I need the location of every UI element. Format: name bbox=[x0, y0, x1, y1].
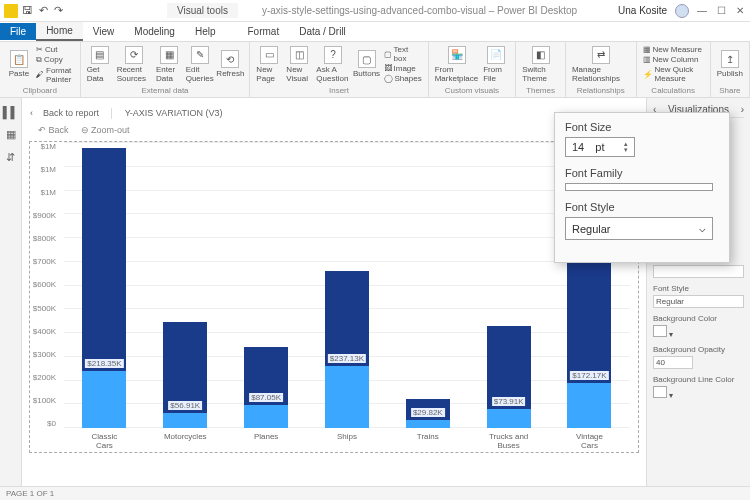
redo-icon[interactable]: ↷ bbox=[54, 4, 63, 17]
document-title: y-axis-style-settings-using-advanced-com… bbox=[262, 5, 577, 16]
shapes-button[interactable]: ◯ Shapes bbox=[384, 74, 422, 83]
popup-font-family-label: Font Family bbox=[565, 167, 713, 179]
cut-button[interactable]: ✂ Cut bbox=[36, 45, 57, 54]
user-avatar[interactable] bbox=[675, 4, 689, 18]
chart-visual[interactable]: $1M$1M$1M$900K$800K$700K$600K$500K$400K$… bbox=[30, 142, 638, 452]
back-to-report-link[interactable]: Back to report bbox=[43, 108, 99, 118]
ribbon-tabs: File Home View Modeling Help Format Data… bbox=[0, 22, 750, 42]
from-file-button[interactable]: 📄From File bbox=[483, 46, 509, 83]
image-button[interactable]: 🖼 Image bbox=[384, 64, 416, 73]
status-page-indicator: PAGE 1 OF 1 bbox=[6, 489, 54, 498]
rp-bg-color-swatch[interactable] bbox=[653, 325, 667, 337]
popup-font-size-input[interactable]: 14 pt ▴▾ bbox=[565, 137, 635, 157]
from-marketplace-button[interactable]: 🏪From Marketplace bbox=[435, 46, 479, 83]
x-axis-labels: Classic CarsMotorcyclesPlanesShipsTrains… bbox=[64, 432, 630, 452]
page-title: Y-AXIS VARIATION (V3) bbox=[125, 108, 223, 118]
report-view-icon[interactable]: ▌▌ bbox=[3, 106, 19, 118]
rp-font-style-select[interactable]: Regular bbox=[653, 295, 744, 308]
tab-file[interactable]: File bbox=[0, 23, 36, 40]
textbox-button[interactable]: ▢ Text box bbox=[384, 45, 422, 63]
tab-home[interactable]: Home bbox=[36, 22, 83, 41]
maximize-button[interactable]: ☐ bbox=[717, 5, 726, 16]
rp-font-family-input[interactable] bbox=[653, 265, 744, 278]
close-button[interactable]: ✕ bbox=[736, 5, 744, 16]
save-icon[interactable]: 🖫 bbox=[22, 4, 33, 17]
paste-button[interactable]: 📋Paste bbox=[6, 50, 32, 78]
left-nav-rail: ▌▌ ▦ ⇵ bbox=[0, 98, 22, 486]
tab-view[interactable]: View bbox=[83, 23, 125, 40]
minimize-button[interactable]: — bbox=[697, 5, 707, 16]
tab-data-drill[interactable]: Data / Drill bbox=[289, 23, 356, 40]
stepper-down-icon[interactable]: ▾ bbox=[624, 147, 628, 153]
tab-help[interactable]: Help bbox=[185, 23, 226, 40]
data-view-icon[interactable]: ▦ bbox=[6, 128, 16, 141]
ask-question-button[interactable]: ?Ask A Question bbox=[316, 46, 349, 83]
chevron-left-icon: ‹ bbox=[30, 108, 33, 118]
edit-queries-button[interactable]: ✎Edit Queries bbox=[186, 46, 213, 83]
chart-bars: $218.35K$56.91K$87.05K$237.13K$29.82K$73… bbox=[64, 142, 630, 428]
new-page-button[interactable]: ▭New Page bbox=[256, 46, 282, 83]
refresh-button[interactable]: ⟲Refresh bbox=[217, 50, 243, 78]
popup-font-style-select[interactable]: Regular⌵ bbox=[565, 217, 713, 240]
ribbon: 📋Paste ✂ Cut ⧉ Copy 🖌 Format Painter Cli… bbox=[0, 42, 750, 98]
popup-font-size-label: Font Size bbox=[565, 121, 713, 133]
tab-modeling[interactable]: Modeling bbox=[124, 23, 185, 40]
new-quick-measure-button[interactable]: ⚡ New Quick Measure bbox=[643, 65, 704, 83]
new-column-button[interactable]: ▥ New Column bbox=[643, 55, 699, 64]
switch-theme-button[interactable]: ◧Switch Theme bbox=[522, 46, 559, 83]
formatting-popup: Font Size 14 pt ▴▾ Font Family Font Styl… bbox=[554, 112, 730, 263]
recent-sources-button[interactable]: ⟳Recent Sources bbox=[117, 46, 152, 83]
tab-format[interactable]: Format bbox=[237, 23, 289, 40]
manage-relationships-button[interactable]: ⇄Manage Relationships bbox=[572, 46, 630, 83]
enter-data-button[interactable]: ▦Enter Data bbox=[156, 46, 182, 83]
publish-button[interactable]: ↥Publish bbox=[717, 50, 743, 78]
get-data-button[interactable]: ▤Get Data bbox=[87, 46, 113, 83]
quick-access-toolbar: 🖫 ↶ ↷ bbox=[22, 4, 63, 17]
contextual-tab-label: Visual tools bbox=[167, 3, 238, 18]
undo-icon[interactable]: ↶ bbox=[39, 4, 48, 17]
chevron-down-icon: ⌵ bbox=[699, 222, 706, 235]
new-visual-button[interactable]: ◫New Visual bbox=[286, 46, 312, 83]
chart-back-button[interactable]: ↶ Back bbox=[38, 125, 69, 135]
popup-font-style-label: Font Style bbox=[565, 201, 713, 213]
model-view-icon[interactable]: ⇵ bbox=[6, 151, 15, 164]
y-axis-labels: $1M$1M$1M$900K$800K$700K$600K$500K$400K$… bbox=[30, 142, 60, 428]
zoom-out-button[interactable]: ⊖ Zoom-out bbox=[81, 125, 130, 135]
buttons-button[interactable]: ▢Buttons bbox=[354, 50, 380, 78]
format-painter-button[interactable]: 🖌 Format Painter bbox=[36, 66, 74, 84]
popup-font-family-input[interactable] bbox=[565, 183, 713, 191]
rp-bg-line-swatch[interactable] bbox=[653, 386, 667, 398]
rp-bg-opacity-input[interactable]: 40 bbox=[653, 356, 693, 369]
new-measure-button[interactable]: ▦ New Measure bbox=[643, 45, 702, 54]
copy-button[interactable]: ⧉ Copy bbox=[36, 55, 63, 65]
user-name: Una Kosite bbox=[618, 5, 667, 16]
app-icon bbox=[4, 4, 18, 18]
